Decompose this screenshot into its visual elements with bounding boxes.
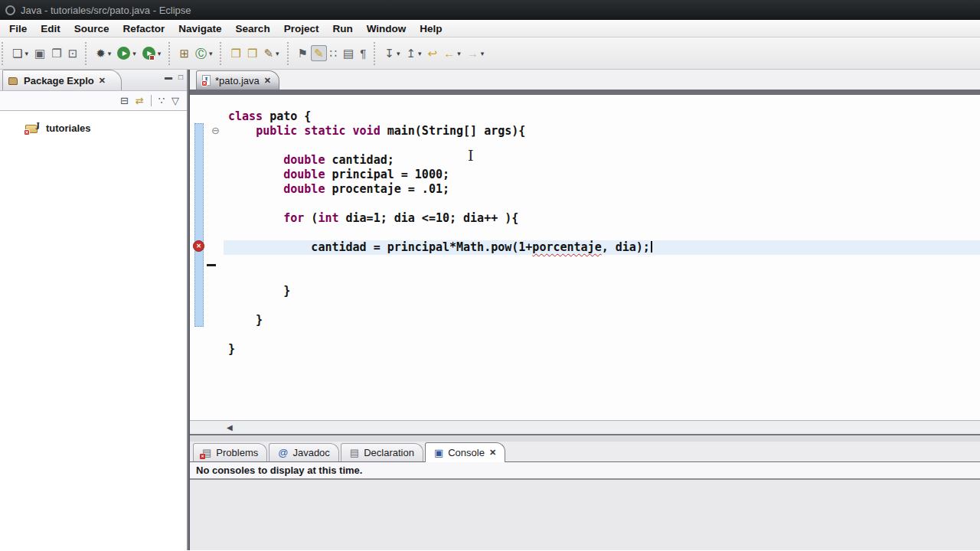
- tab-package-explorer[interactable]: Package Explo ✕: [2, 70, 122, 90]
- menu-project[interactable]: Project: [277, 21, 326, 36]
- debug-button[interactable]: ✹▾: [93, 45, 114, 61]
- tab-javadoc[interactable]: @Javadoc: [269, 443, 339, 461]
- forward-dropdown-icon[interactable]: ▾: [481, 50, 485, 57]
- code-line[interactable]: [224, 328, 980, 342]
- package-explorer-tabrow: Package Explo ✕ ▬ □: [0, 70, 187, 91]
- previous-annotation-dropdown-icon[interactable]: ▾: [418, 50, 422, 57]
- new-java-class-button[interactable]: Ⓒ▾: [192, 45, 216, 61]
- debug-dropdown-icon[interactable]: ▾: [108, 50, 112, 57]
- show-whitespace-button[interactable]: ¶: [357, 45, 369, 61]
- menu-run[interactable]: Run: [325, 21, 359, 36]
- run-dropdown-icon[interactable]: ▾: [132, 50, 136, 57]
- run-external-tools-button[interactable]: ▶▾: [139, 44, 165, 62]
- print-icon: ⊡: [68, 47, 78, 59]
- view-menu-dots-icon[interactable]: ∵: [158, 96, 165, 106]
- code-line[interactable]: [224, 255, 980, 269]
- menu-search[interactable]: Search: [229, 21, 277, 36]
- annotate-dropdown-icon[interactable]: ▾: [276, 50, 279, 57]
- run-external-tools-dropdown-icon[interactable]: ▾: [158, 50, 162, 57]
- menu-window[interactable]: Window: [360, 21, 413, 36]
- console-icon: ▣: [434, 448, 443, 458]
- run-button[interactable]: ▶▾: [114, 44, 139, 62]
- show-selected-element-button[interactable]: ▤: [340, 45, 357, 61]
- mark-occurrences-button[interactable]: ✎: [311, 45, 327, 61]
- code-line[interactable]: double principal = 1000;: [224, 168, 980, 182]
- show-source-icon: ∷: [330, 47, 338, 59]
- show-source-button[interactable]: ∷: [327, 45, 341, 61]
- open-type-icon: ❒: [230, 47, 240, 59]
- code-line[interactable]: class pato {: [224, 109, 980, 124]
- open-type-button[interactable]: ❒: [227, 45, 243, 61]
- previous-annotation-button[interactable]: ↥▾: [403, 45, 424, 61]
- link-with-editor-icon[interactable]: ⇄: [136, 96, 144, 106]
- tab-pato-java[interactable]: J ✕ *pato.java ✕: [196, 70, 279, 90]
- package-explorer-panel: Package Explo ✕ ▬ □ ⊟⇄∵▽ J ✕ tutoriales: [0, 70, 188, 550]
- code-line[interactable]: cantidad = principal*Math.pow(1+porcenta…: [224, 240, 980, 255]
- menu-navigate[interactable]: Navigate: [172, 21, 228, 36]
- open-resource-icon: ❒: [247, 47, 257, 59]
- tree-item-tutoriales[interactable]: J ✕ tutoriales: [0, 120, 187, 135]
- toolbar-group: ❏▾▣❐⊡: [2, 42, 85, 65]
- new-wizard-dropdown-icon[interactable]: ▾: [24, 50, 28, 57]
- problems-error-badge: ✕: [200, 454, 205, 459]
- code-line[interactable]: public static void main(String[] args){: [224, 124, 980, 139]
- annotate-button[interactable]: ✎▾: [260, 45, 282, 61]
- code-line[interactable]: [224, 197, 980, 211]
- view-menu-icon[interactable]: ▽: [172, 96, 179, 106]
- save-button[interactable]: ▣: [31, 45, 48, 61]
- code-line[interactable]: double cantidad;: [224, 153, 980, 168]
- back-icon: ←: [443, 47, 455, 59]
- tab-declaration[interactable]: ▤Declaration: [341, 443, 423, 461]
- new-wizard-button[interactable]: ❏▾: [9, 45, 31, 61]
- maximize-view-icon[interactable]: □: [178, 73, 183, 81]
- code-line[interactable]: [224, 298, 980, 313]
- print-button[interactable]: ⊡: [65, 45, 81, 61]
- toggle-breadcrumb-button[interactable]: ⚑: [295, 45, 311, 61]
- code-line[interactable]: [224, 139, 980, 153]
- menu-refactor[interactable]: Refactor: [116, 21, 172, 36]
- forward-button[interactable]: →▾: [464, 45, 488, 61]
- error-marker-icon[interactable]: ✕: [193, 240, 204, 252]
- file-error-badge: ✕: [201, 80, 207, 86]
- tab-console[interactable]: ▣Console✕: [425, 442, 505, 462]
- menu-edit[interactable]: Edit: [34, 21, 67, 36]
- show-whitespace-icon: ¶: [360, 47, 366, 59]
- back-dropdown-icon[interactable]: ▾: [457, 50, 461, 57]
- declaration-icon: ▤: [350, 448, 359, 458]
- editor-tab-close-icon[interactable]: ✕: [264, 76, 271, 86]
- code-content: class pato { public static void main(Str…: [190, 95, 980, 357]
- toolbar-group: ↧▾↥▾↩←▾→▾: [374, 42, 492, 65]
- tab-problems[interactable]: ▤✕Problems: [193, 443, 267, 461]
- code-line[interactable]: [224, 226, 980, 240]
- toolbar-group: ⚑✎∷▤¶: [287, 42, 374, 65]
- console-close-icon[interactable]: ✕: [489, 448, 496, 458]
- horizontal-scrollbar[interactable]: ◀: [190, 420, 980, 434]
- code-line[interactable]: }: [224, 284, 980, 298]
- code-line[interactable]: [224, 269, 980, 284]
- code-line[interactable]: }: [224, 342, 980, 357]
- code-line[interactable]: for (int dia=1; dia <=10; dia++ ){: [224, 211, 980, 226]
- next-annotation-button[interactable]: ↧▾: [381, 45, 403, 61]
- scroll-left-icon[interactable]: ◀: [227, 423, 233, 432]
- error-underlined-token: porcentaje: [532, 240, 601, 254]
- new-java-project-button[interactable]: ⊞: [176, 45, 192, 61]
- save-all-button[interactable]: ❐: [48, 45, 64, 61]
- minimize-view-icon[interactable]: ▬: [165, 73, 172, 81]
- menu-help[interactable]: Help: [413, 21, 449, 36]
- code-line[interactable]: double procentaje = .01;: [224, 182, 980, 197]
- collapse-all-icon[interactable]: ⊟: [120, 96, 129, 106]
- panel-sash[interactable]: [190, 434, 980, 442]
- new-java-class-dropdown-icon[interactable]: ▾: [209, 50, 213, 57]
- open-resource-button[interactable]: ❒: [244, 45, 260, 61]
- next-annotation-dropdown-icon[interactable]: ▾: [397, 50, 400, 57]
- menu-file[interactable]: File: [2, 21, 34, 36]
- toolbar-separator: [151, 95, 152, 106]
- code-editor[interactable]: ⊖ ✕ class pato { public static void main…: [190, 95, 980, 420]
- toggle-breadcrumb-icon: ⚑: [298, 47, 308, 59]
- code-line[interactable]: }: [224, 313, 980, 328]
- fold-collapse-icon[interactable]: ⊖: [211, 126, 220, 135]
- menu-source[interactable]: Source: [67, 21, 116, 36]
- back-button[interactable]: ←▾: [440, 45, 464, 61]
- package-explorer-close-icon[interactable]: ✕: [99, 76, 106, 86]
- last-edit-location-button[interactable]: ↩: [425, 45, 441, 61]
